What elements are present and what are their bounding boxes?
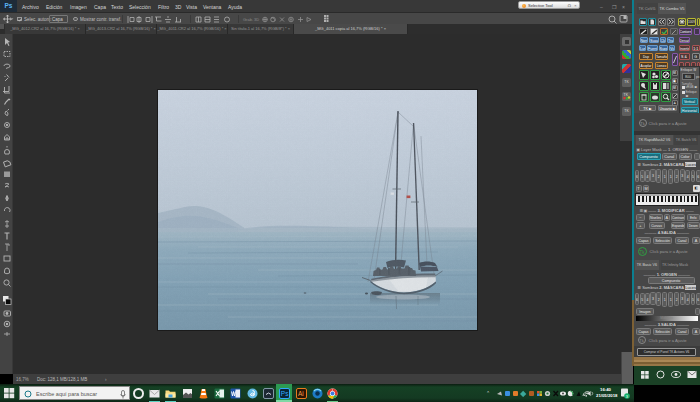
svg-text:Ai: Ai xyxy=(298,390,304,397)
svg-text:TK: TK xyxy=(624,93,629,97)
svg-text:Ps: Ps xyxy=(280,390,288,397)
